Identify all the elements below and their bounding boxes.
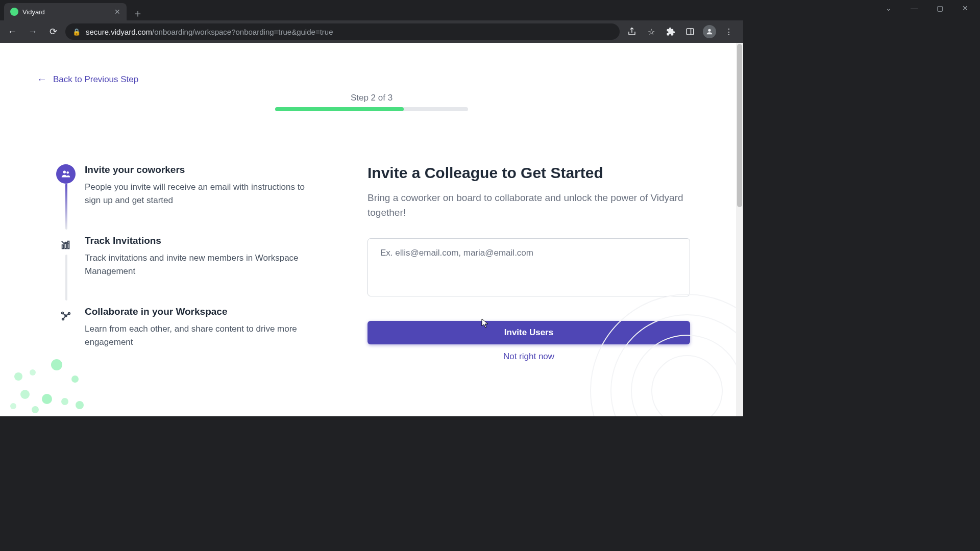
svg-point-4 bbox=[66, 171, 69, 174]
step-item-collaborate: Collaborate in your Workspace Learn from… bbox=[56, 306, 311, 348]
tab-bar: Vidyard ✕ ＋ bbox=[0, 0, 743, 20]
progress-bar bbox=[275, 107, 468, 111]
step-desc: Learn from each other, and share content… bbox=[85, 322, 311, 348]
page-content: ← Back to Previous Step Step 2 of 3 Invi… bbox=[0, 43, 743, 416]
email-input[interactable] bbox=[368, 238, 690, 296]
form-subheading: Bring a coworker on board to collaborate… bbox=[368, 191, 690, 220]
forward-button[interactable]: → bbox=[24, 23, 41, 40]
invite-users-button[interactable]: Invite Users bbox=[368, 321, 690, 344]
close-tab-icon[interactable]: ✕ bbox=[114, 8, 120, 16]
steps-list: Invite your coworkers People you invite … bbox=[56, 164, 332, 377]
svg-rect-0 bbox=[687, 29, 694, 35]
favicon-icon bbox=[10, 8, 18, 16]
svg-rect-6 bbox=[65, 243, 66, 248]
svg-line-12 bbox=[63, 313, 66, 316]
back-to-previous-link[interactable]: ← Back to Previous Step bbox=[37, 73, 138, 85]
network-icon bbox=[56, 306, 76, 325]
browser-tab[interactable]: Vidyard ✕ bbox=[4, 3, 127, 20]
step-item-invite: Invite your coworkers People you invite … bbox=[56, 164, 311, 207]
lock-icon: 🔒 bbox=[72, 28, 81, 36]
step-desc: People you invite will receive an email … bbox=[85, 181, 311, 207]
toolbar-right: ☆ ⋮ bbox=[624, 23, 739, 40]
url-domain: secure.vidyard.com bbox=[86, 28, 152, 36]
people-icon bbox=[56, 164, 76, 184]
svg-rect-5 bbox=[62, 245, 64, 248]
profile-button[interactable] bbox=[701, 23, 718, 40]
sidepanel-icon[interactable] bbox=[682, 23, 698, 40]
analytics-icon bbox=[56, 235, 76, 255]
svg-rect-7 bbox=[68, 241, 69, 249]
step-title: Invite your coworkers bbox=[85, 164, 311, 176]
back-link-label: Back to Previous Step bbox=[53, 74, 138, 85]
reload-button[interactable]: ⟳ bbox=[45, 23, 61, 40]
back-button[interactable]: ← bbox=[4, 23, 20, 40]
url-path: /onboarding/workspace?onboarding=true&gu… bbox=[152, 28, 333, 36]
new-tab-button[interactable]: ＋ bbox=[127, 7, 149, 20]
browser-toolbar: ← → ⟳ 🔒 secure.vidyard.com/onboarding/wo… bbox=[0, 20, 743, 43]
step-title: Collaborate in your Workspace bbox=[85, 306, 311, 317]
step-desc: Track invitations and invite new members… bbox=[85, 252, 311, 278]
share-icon[interactable] bbox=[624, 23, 640, 40]
scrollbar[interactable] bbox=[736, 43, 743, 416]
svg-line-14 bbox=[63, 316, 66, 319]
bookmark-icon[interactable]: ☆ bbox=[643, 23, 659, 40]
invite-form: Invite a Colleague to Get Started Bring … bbox=[332, 164, 690, 377]
skip-link[interactable]: Not right now bbox=[368, 352, 690, 362]
step-indicator: Step 2 of 3 bbox=[351, 93, 393, 103]
url-bar[interactable]: 🔒 secure.vidyard.com/onboarding/workspac… bbox=[65, 23, 620, 40]
step-title: Track Invitations bbox=[85, 235, 311, 246]
scrollbar-thumb[interactable] bbox=[737, 44, 742, 207]
progress-fill bbox=[275, 107, 404, 111]
svg-point-3 bbox=[63, 171, 66, 174]
form-heading: Invite a Colleague to Get Started bbox=[368, 164, 690, 182]
arrow-left-icon: ← bbox=[37, 73, 47, 85]
step-item-track: Track Invitations Track invitations and … bbox=[56, 235, 311, 278]
browser-chrome: ⌄ ― ▢ ✕ Vidyard ✕ ＋ ← → ⟳ 🔒 secure.vidya… bbox=[0, 0, 743, 43]
extensions-icon[interactable] bbox=[663, 23, 679, 40]
menu-icon[interactable]: ⋮ bbox=[721, 23, 737, 40]
svg-point-2 bbox=[708, 29, 710, 32]
tab-title: Vidyard bbox=[22, 8, 110, 16]
